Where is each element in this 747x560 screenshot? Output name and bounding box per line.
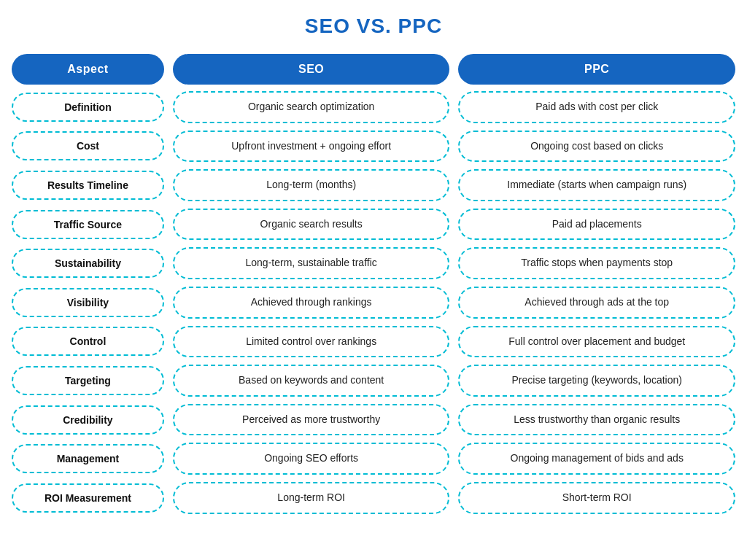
seo-cell: Long-term, sustainable traffic [169,244,454,283]
table-row: Traffic SourceOrganic search resultsPaid… [7,205,740,244]
aspect-header-label: Aspect [12,54,164,85]
aspect-cell: Control [7,322,169,362]
seo-value: Organic search results [173,209,450,241]
aspect-value: Management [12,444,164,473]
aspect-value: Results Timeline [12,171,164,200]
seo-cell: Upfront investment + ongoing effort [169,127,454,166]
seo-value: Perceived as more trustworthy [173,404,450,436]
aspect-value: Targeting [12,366,164,395]
table-row: DefinitionOrganic search optimizationPai… [7,88,740,127]
ppc-cell: Immediate (starts when campaign runs) [454,166,740,205]
table-row: ManagementOngoing SEO effortsOngoing man… [7,439,740,478]
seo-value: Limited control over rankings [173,326,450,358]
aspect-cell: Credibility [7,400,169,440]
aspect-cell: Traffic Source [7,205,169,244]
seo-cell: Organic search results [169,205,454,244]
seo-value: Upfront investment + ongoing effort [173,131,450,163]
aspect-value: ROI Measurement [12,483,164,513]
table-row: ControlLimited control over rankingsFull… [7,322,740,362]
aspect-cell: Targeting [7,361,169,400]
seo-header-label: SEO [173,54,450,85]
ppc-cell: Short-term ROI [454,478,740,518]
aspect-cell: Cost [7,127,169,166]
aspect-cell: Management [7,439,169,478]
aspect-value: Control [12,327,164,356]
aspect-cell: Visibility [7,283,169,322]
ppc-cell: Ongoing cost based on clicks [454,127,740,166]
ppc-value: Traffic stops when payments stop [458,247,735,279]
seo-value: Long-term, sustainable traffic [173,247,450,279]
aspect-value: Sustainability [12,249,164,278]
aspect-value: Definition [12,93,164,122]
comparison-table: Aspect SEO PPC DefinitionOrganic search … [7,51,740,518]
ppc-header-label: PPC [458,54,735,85]
ppc-value: Ongoing cost based on clicks [458,131,735,163]
page-title: SEO VS. PPC [7,15,740,38]
seo-cell: Achieved through rankings [169,283,454,322]
seo-value: Achieved through rankings [173,287,450,319]
ppc-value: Achieved through ads at the top [458,287,735,319]
ppc-header-cell: PPC [454,51,740,88]
table-row: CredibilityPerceived as more trustworthy… [7,400,740,440]
seo-cell: Long-term ROI [169,478,454,518]
seo-value: Long-term ROI [173,482,450,514]
table-row: ROI MeasurementLong-term ROIShort-term R… [7,478,740,518]
ppc-value: Paid ad placements [458,209,735,241]
ppc-value: Less trustworthy than organic results [458,404,735,436]
seo-cell: Perceived as more trustworthy [169,400,454,440]
page-wrapper: SEO VS. PPC Aspect SEO PPC DefinitionOrg… [7,15,740,518]
aspect-cell: ROI Measurement [7,478,169,518]
ppc-cell: Full control over placement and budget [454,322,740,362]
ppc-cell: Paid ad placements [454,205,740,244]
aspect-cell: Definition [7,88,169,127]
seo-value: Long-term (months) [173,169,450,201]
ppc-value: Ongoing management of bids and ads [458,443,735,475]
seo-cell: Long-term (months) [169,166,454,205]
ppc-value: Precise targeting (keywords, location) [458,365,735,397]
seo-cell: Ongoing SEO efforts [169,439,454,478]
table-row: SustainabilityLong-term, sustainable tra… [7,244,740,283]
table-row: Results TimelineLong-term (months)Immedi… [7,166,740,205]
ppc-cell: Ongoing management of bids and ads [454,439,740,478]
aspect-value: Credibility [12,405,164,435]
ppc-cell: Less trustworthy than organic results [454,400,740,440]
seo-cell: Organic search optimization [169,88,454,127]
seo-header-cell: SEO [169,51,454,88]
seo-cell: Limited control over rankings [169,322,454,362]
ppc-value: Immediate (starts when campaign runs) [458,169,735,201]
table-row: CostUpfront investment + ongoing effortO… [7,127,740,166]
aspect-value: Visibility [12,288,164,317]
table-header-row: Aspect SEO PPC [7,51,740,88]
ppc-value: Paid ads with cost per click [458,91,735,123]
aspect-value: Cost [12,131,164,160]
ppc-cell: Paid ads with cost per click [454,88,740,127]
ppc-value: Full control over placement and budget [458,326,735,358]
seo-value: Organic search optimization [173,91,450,123]
ppc-value: Short-term ROI [458,482,735,514]
ppc-cell: Traffic stops when payments stop [454,244,740,283]
ppc-cell: Achieved through ads at the top [454,283,740,322]
table-row: VisibilityAchieved through rankingsAchie… [7,283,740,322]
seo-cell: Based on keywords and content [169,361,454,400]
aspect-header-cell: Aspect [7,51,169,88]
aspect-value: Traffic Source [12,210,164,239]
aspect-cell: Results Timeline [7,166,169,205]
aspect-cell: Sustainability [7,244,169,283]
ppc-cell: Precise targeting (keywords, location) [454,361,740,400]
seo-value: Based on keywords and content [173,365,450,397]
seo-value: Ongoing SEO efforts [173,443,450,475]
table-body: DefinitionOrganic search optimizationPai… [7,88,740,518]
table-row: TargetingBased on keywords and contentPr… [7,361,740,400]
